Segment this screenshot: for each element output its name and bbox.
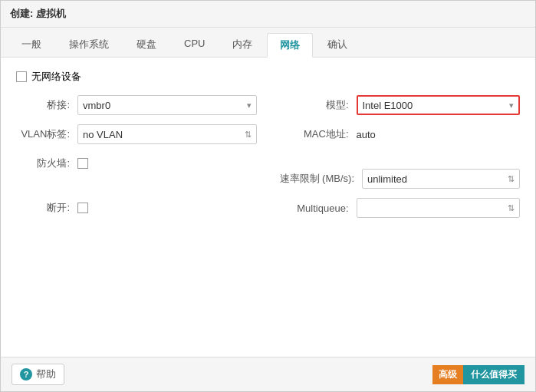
rate-label: 速率限制 (MB/s):: [280, 172, 363, 186]
footer: ? 帮助 高级 什么值得买: [1, 357, 535, 391]
window-title: 创建: 虚拟机: [10, 8, 66, 19]
tab-network[interactable]: 网络: [267, 33, 313, 58]
mac-control: auto: [357, 126, 521, 143]
firewall-row: 防火墙:: [16, 153, 257, 174]
footer-left: ? 帮助: [12, 364, 64, 385]
model-row: 模型: Intel E1000 ▾: [280, 94, 521, 116]
footer-right: 高级 什么值得买: [432, 365, 524, 384]
form-content: 无网络设备 桥接: vmbr0 ▾ VLAN标签:: [1, 58, 535, 357]
help-button[interactable]: ? 帮助: [12, 364, 64, 385]
watermark-brand: 什么值得买: [463, 365, 524, 384]
multiqueue-arrow-icon: ⇅: [508, 203, 515, 213]
model-control: Intel E1000 ▾: [357, 95, 521, 115]
multiqueue-label: Multiqueue:: [280, 203, 357, 214]
help-label: 帮助: [36, 367, 56, 381]
firewall-label: 防火墙:: [16, 156, 77, 170]
mac-value: auto: [357, 126, 376, 143]
tab-bar: 一般 操作系统 硬盘 CPU 内存 网络 确认: [1, 28, 535, 58]
firewall-checkbox[interactable]: [77, 158, 88, 169]
rate-arrow-icon: ⇅: [508, 174, 515, 184]
form-grid: 桥接: vmbr0 ▾ VLAN标签: no VLAN ⇅: [16, 94, 520, 219]
disconnect-control: [77, 203, 257, 213]
title-bar: 创建: 虚拟机: [1, 1, 535, 28]
no-network-checkbox[interactable]: [16, 71, 27, 82]
form-left: 桥接: vmbr0 ▾ VLAN标签: no VLAN ⇅: [16, 94, 257, 219]
form-right: 模型: Intel E1000 ▾ MAC地址: auto: [280, 94, 521, 219]
rate-select[interactable]: unlimited ⇅: [362, 169, 520, 189]
tab-memory[interactable]: 内存: [219, 32, 265, 57]
mac-label: MAC地址:: [280, 127, 357, 141]
tab-confirm[interactable]: 确认: [314, 32, 360, 57]
rate-control: unlimited ⇅: [362, 169, 520, 189]
watermark-high: 高级: [432, 365, 463, 384]
footer-wrapper: ? 帮助 高级 什么值得买: [1, 357, 535, 391]
multiqueue-row: Multiqueue: ⇅: [280, 197, 521, 219]
tab-os[interactable]: 操作系统: [56, 32, 122, 57]
vlan-value: no VLAN: [83, 129, 123, 140]
model-arrow-icon: ▾: [509, 100, 514, 110]
firewall-control: [77, 158, 257, 169]
vlan-arrow-icon: ⇅: [245, 130, 252, 140]
vlan-control: no VLAN ⇅: [77, 124, 257, 144]
tab-disk[interactable]: 硬盘: [123, 32, 169, 57]
rate-value: unlimited: [367, 173, 407, 185]
model-select[interactable]: Intel E1000 ▾: [357, 95, 521, 115]
vlan-select[interactable]: no VLAN ⇅: [77, 124, 257, 144]
bridge-control: vmbr0 ▾: [77, 95, 257, 115]
disconnect-label: 断开:: [16, 201, 77, 215]
disconnect-checkbox[interactable]: [77, 203, 88, 213]
bridge-select[interactable]: vmbr0 ▾: [77, 95, 257, 115]
model-value: Intel E1000: [363, 100, 413, 111]
rate-row: 速率限制 (MB/s): unlimited ⇅: [280, 168, 521, 189]
main-window: 创建: 虚拟机 一般 操作系统 硬盘 CPU 内存 网络 确认 无网络设备 桥接…: [0, 0, 536, 392]
vlan-label: VLAN标签:: [16, 127, 77, 141]
bridge-value: vmbr0: [83, 100, 110, 111]
help-icon: ?: [20, 368, 32, 380]
no-network-row: 无网络设备: [16, 70, 520, 84]
vlan-row: VLAN标签: no VLAN ⇅: [16, 124, 257, 145]
model-label: 模型:: [280, 98, 357, 112]
bridge-arrow-icon: ▾: [247, 100, 252, 110]
mac-row: MAC地址: auto: [280, 124, 521, 145]
tab-cpu[interactable]: CPU: [171, 32, 218, 57]
tab-general[interactable]: 一般: [8, 32, 54, 57]
multiqueue-control: ⇅: [357, 198, 521, 218]
disconnect-row: 断开:: [16, 197, 257, 219]
bridge-label: 桥接:: [16, 98, 77, 112]
bridge-row: 桥接: vmbr0 ▾: [16, 94, 257, 116]
multiqueue-select[interactable]: ⇅: [357, 198, 521, 218]
no-network-label: 无网络设备: [31, 70, 81, 84]
